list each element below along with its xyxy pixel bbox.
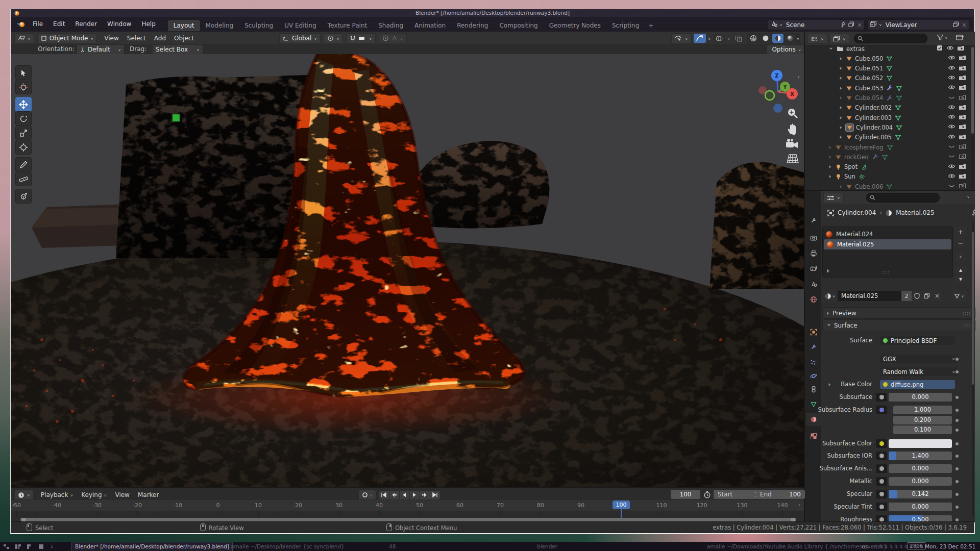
properties-tab-world[interactable] bbox=[806, 293, 821, 306]
expand-icon[interactable] bbox=[840, 87, 842, 90]
shading-wireframe-button[interactable] bbox=[748, 34, 759, 43]
taskbar-entry[interactable]: amalie ~/Downloads/Youtube Audio Library… bbox=[707, 542, 887, 551]
slot-specials-button[interactable]: ∨ bbox=[955, 252, 966, 261]
socket-button[interactable] bbox=[876, 464, 887, 473]
socket-button[interactable] bbox=[876, 406, 887, 414]
material-slot[interactable]: Material.024 bbox=[823, 229, 952, 239]
expand-icon[interactable] bbox=[840, 126, 842, 129]
animate-dot-icon[interactable] bbox=[955, 419, 959, 422]
tool-scale[interactable] bbox=[15, 126, 32, 140]
tab-animation[interactable]: Animation bbox=[409, 20, 451, 31]
overlays-dropdown-chevron[interactable]: ∨ bbox=[727, 36, 730, 40]
tab-uv-editing[interactable]: UV Editing bbox=[279, 20, 322, 31]
property-slider[interactable]: 0.000 bbox=[889, 393, 952, 402]
eye-icon[interactable] bbox=[948, 123, 955, 131]
keyboard-layout-indicator[interactable]: us bbox=[862, 542, 868, 551]
jump-to-end-button[interactable] bbox=[430, 491, 440, 499]
shading-dropdown-chevron[interactable]: ∨ bbox=[797, 36, 800, 40]
socket-button[interactable] bbox=[876, 477, 887, 486]
eyeclosed-icon[interactable] bbox=[948, 153, 955, 161]
taskbar-layout-icons[interactable]: ↓ bbox=[3, 542, 54, 551]
property-slider[interactable]: 1.400 bbox=[889, 452, 952, 460]
new-material-button[interactable] bbox=[922, 291, 932, 301]
new-scene-icon[interactable] bbox=[848, 21, 854, 28]
animate-dot-icon[interactable] bbox=[955, 396, 959, 399]
outliner-row[interactable]: rockGeo bbox=[805, 152, 975, 162]
cam-icon[interactable] bbox=[959, 55, 966, 62]
menu-file[interactable]: File bbox=[28, 17, 48, 32]
preview-section-header[interactable]: Preview :::: bbox=[822, 307, 975, 319]
browse-material-button[interactable]: ∨ bbox=[822, 291, 838, 301]
expand-icon[interactable] bbox=[840, 185, 842, 188]
eye-icon[interactable] bbox=[948, 65, 955, 72]
timeline-scrollbar[interactable] bbox=[20, 518, 796, 521]
outliner-editor-type-button[interactable]: ∨ bbox=[807, 34, 827, 44]
color-swatch[interactable] bbox=[889, 439, 952, 448]
property-slider[interactable]: 0.000 bbox=[889, 464, 952, 473]
camoff-icon[interactable] bbox=[959, 143, 966, 151]
pin-icon[interactable] bbox=[840, 21, 846, 28]
users-count-button[interactable]: 2 bbox=[901, 291, 912, 301]
fake-user-button[interactable] bbox=[912, 291, 922, 301]
property-field[interactable]: diffuse.png bbox=[880, 380, 955, 389]
expand-icon[interactable] bbox=[840, 106, 842, 109]
ruler-collapse-arrow[interactable]: › bbox=[12, 502, 14, 508]
eye-icon[interactable] bbox=[948, 114, 955, 121]
viewport-menu-add[interactable]: Add bbox=[150, 35, 170, 42]
expand-icon[interactable] bbox=[829, 156, 831, 159]
pivot-point-dropdown[interactable]: ∨ bbox=[324, 33, 343, 43]
snap-toggle[interactable]: ∨ bbox=[346, 33, 376, 43]
outliner-row[interactable]: Spot bbox=[805, 162, 975, 172]
properties-search-input[interactable] bbox=[866, 193, 940, 203]
outliner-row[interactable]: Cylinder.005 bbox=[805, 133, 975, 142]
eyeclosed-icon[interactable] bbox=[948, 183, 955, 190]
transform-orientation-dropdown[interactable]: Global∨ bbox=[279, 33, 321, 43]
tool-rotate[interactable] bbox=[15, 111, 32, 126]
outliner-row[interactable]: Cylinder.003 bbox=[805, 113, 975, 122]
proportional-editing-toggle[interactable]: ∨ bbox=[379, 33, 407, 43]
outliner-row[interactable]: Cube.051 bbox=[805, 64, 975, 73]
shading-material-preview-button[interactable] bbox=[772, 34, 783, 43]
viewport-menu-select[interactable]: Select bbox=[123, 35, 150, 42]
outliner-row[interactable]: Cube.054 bbox=[805, 93, 975, 103]
eye-icon[interactable] bbox=[948, 173, 955, 181]
play-button[interactable] bbox=[410, 491, 420, 499]
expand-icon[interactable] bbox=[829, 48, 832, 50]
taskbar-entry[interactable]: amalie ~/Desktop/blender {sc syncblend} bbox=[231, 542, 345, 551]
slot-list-expand-icon[interactable] bbox=[827, 269, 829, 273]
tool-move[interactable] bbox=[15, 97, 32, 112]
end-frame-field[interactable]: End 100 bbox=[756, 490, 805, 499]
menu-window[interactable]: Window bbox=[102, 17, 136, 32]
checkbox-icon[interactable] bbox=[937, 45, 943, 53]
property-slider[interactable]: 0.142 bbox=[889, 490, 952, 498]
tool-add-cube[interactable] bbox=[15, 189, 32, 204]
property-slider[interactable]: 0.100 bbox=[893, 425, 952, 434]
socket-button[interactable] bbox=[876, 452, 887, 460]
auto-keying-button[interactable]: ∨ bbox=[358, 490, 376, 500]
add-workspace-tab[interactable]: + bbox=[645, 20, 657, 31]
jump-to-start-button[interactable] bbox=[379, 491, 389, 499]
timeline-menu-playback[interactable]: Playback ∨ bbox=[37, 491, 77, 498]
property-slider[interactable]: 1.000 bbox=[893, 406, 952, 414]
tool-cursor[interactable] bbox=[15, 80, 32, 94]
breadcrumb-material[interactable]: Material.025 bbox=[896, 209, 934, 216]
tab-layout[interactable]: Layout bbox=[168, 20, 200, 31]
animate-dot-icon[interactable] bbox=[955, 467, 959, 470]
eye-icon[interactable] bbox=[948, 163, 955, 171]
options-button[interactable]: Options∨ bbox=[767, 44, 806, 55]
timeline-ruler[interactable] bbox=[11, 500, 804, 511]
expand-icon[interactable] bbox=[829, 175, 831, 178]
pin-icon[interactable] bbox=[970, 209, 977, 216]
animate-dot-icon[interactable] bbox=[955, 506, 959, 509]
camoff-icon[interactable] bbox=[959, 94, 966, 102]
animate-dot-icon[interactable] bbox=[955, 370, 959, 373]
outliner-row[interactable]: IcosphereFog bbox=[805, 142, 975, 152]
ruler-collapse-arrow-right[interactable]: ‹ bbox=[798, 502, 800, 508]
taskbar-active-window[interactable]: Blender* [/home/amalie/Desktop/blender/r… bbox=[71, 542, 233, 551]
property-field[interactable]: Principled BSDF bbox=[880, 336, 955, 345]
gizmo-dropdown-chevron[interactable]: ∨ bbox=[708, 36, 711, 40]
unlink-scene-icon[interactable]: × bbox=[857, 21, 862, 29]
tool-measure[interactable] bbox=[15, 171, 32, 186]
jump-to-keyframe-right-button[interactable] bbox=[420, 491, 430, 499]
stopwatch-icon[interactable] bbox=[703, 491, 711, 498]
